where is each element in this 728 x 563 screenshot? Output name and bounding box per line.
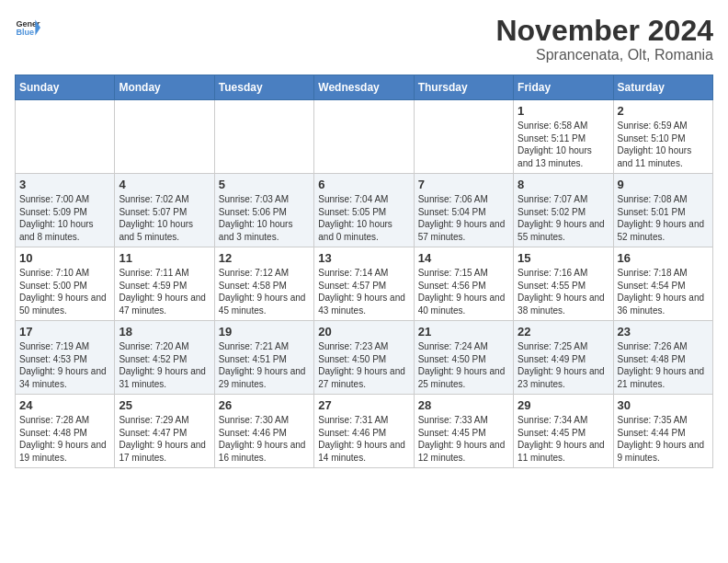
title-area: November 2024 Sprancenata, Olt, Romania xyxy=(495,15,713,63)
day-number: 23 xyxy=(618,325,709,339)
day-number: 8 xyxy=(518,178,609,191)
day-info: Sunrise: 7:33 AM Sunset: 4:45 PM Dayligh… xyxy=(418,414,509,464)
calendar-cell: 3Sunrise: 7:00 AM Sunset: 5:09 PM Daylig… xyxy=(16,174,115,247)
day-number: 25 xyxy=(119,398,210,412)
day-number: 7 xyxy=(418,178,509,191)
day-of-week-tuesday: Tuesday xyxy=(214,75,313,100)
day-info: Sunrise: 7:23 AM Sunset: 4:50 PM Dayligh… xyxy=(318,340,409,390)
day-of-week-wednesday: Wednesday xyxy=(314,75,414,100)
calendar-cell: 11Sunrise: 7:11 AM Sunset: 4:59 PM Dayli… xyxy=(115,247,214,321)
calendar-cell: 2Sunrise: 6:59 AM Sunset: 5:10 PM Daylig… xyxy=(613,100,712,174)
calendar-cell: 25Sunrise: 7:29 AM Sunset: 4:47 PM Dayli… xyxy=(115,395,214,468)
day-number: 1 xyxy=(518,104,609,118)
calendar-cell: 5Sunrise: 7:03 AM Sunset: 5:06 PM Daylig… xyxy=(214,174,313,247)
calendar-cell: 6Sunrise: 7:04 AM Sunset: 5:05 PM Daylig… xyxy=(314,174,414,247)
day-number: 13 xyxy=(318,251,409,265)
day-number: 9 xyxy=(618,178,709,191)
calendar-cell: 27Sunrise: 7:31 AM Sunset: 4:46 PM Dayli… xyxy=(314,395,414,468)
day-number: 28 xyxy=(418,398,509,412)
calendar-week-4: 17Sunrise: 7:19 AM Sunset: 4:53 PM Dayli… xyxy=(16,321,713,395)
calendar-cell: 15Sunrise: 7:16 AM Sunset: 4:55 PM Dayli… xyxy=(514,247,613,321)
day-info: Sunrise: 7:02 AM Sunset: 5:07 PM Dayligh… xyxy=(119,193,210,243)
calendar-cell: 23Sunrise: 7:26 AM Sunset: 4:48 PM Dayli… xyxy=(613,321,712,395)
calendar-cell: 1Sunrise: 6:58 AM Sunset: 5:11 PM Daylig… xyxy=(514,100,613,174)
calendar-cell: 9Sunrise: 7:08 AM Sunset: 5:01 PM Daylig… xyxy=(613,174,712,247)
day-info: Sunrise: 7:25 AM Sunset: 4:49 PM Dayligh… xyxy=(518,340,609,390)
calendar-cell: 28Sunrise: 7:33 AM Sunset: 4:45 PM Dayli… xyxy=(414,395,513,468)
day-number: 2 xyxy=(618,104,709,118)
calendar-cell: 26Sunrise: 7:30 AM Sunset: 4:46 PM Dayli… xyxy=(214,395,313,468)
calendar-cell: 4Sunrise: 7:02 AM Sunset: 5:07 PM Daylig… xyxy=(115,174,214,247)
calendar-cell: 16Sunrise: 7:18 AM Sunset: 4:54 PM Dayli… xyxy=(613,247,712,321)
calendar-header-row: SundayMondayTuesdayWednesdayThursdayFrid… xyxy=(16,75,713,100)
day-number: 5 xyxy=(219,178,310,191)
calendar-week-3: 10Sunrise: 7:10 AM Sunset: 5:00 PM Dayli… xyxy=(16,247,713,321)
svg-text:Blue: Blue xyxy=(16,28,34,37)
day-of-week-sunday: Sunday xyxy=(16,75,115,100)
day-number: 6 xyxy=(318,178,409,191)
day-info: Sunrise: 7:34 AM Sunset: 4:45 PM Dayligh… xyxy=(518,414,609,464)
day-info: Sunrise: 6:58 AM Sunset: 5:11 PM Dayligh… xyxy=(518,120,609,169)
day-info: Sunrise: 7:15 AM Sunset: 4:56 PM Dayligh… xyxy=(418,267,509,316)
day-number: 27 xyxy=(318,398,409,412)
calendar-cell: 22Sunrise: 7:25 AM Sunset: 4:49 PM Dayli… xyxy=(514,321,613,395)
header: General Blue November 2024 Sprancenata, … xyxy=(15,15,713,63)
calendar-cell: 30Sunrise: 7:35 AM Sunset: 4:44 PM Dayli… xyxy=(613,395,712,468)
day-number: 21 xyxy=(418,325,509,339)
calendar-cell: 21Sunrise: 7:24 AM Sunset: 4:50 PM Dayli… xyxy=(414,321,513,395)
day-number: 14 xyxy=(418,251,509,265)
calendar-week-1: 1Sunrise: 6:58 AM Sunset: 5:11 PM Daylig… xyxy=(16,100,713,174)
calendar-cell: 8Sunrise: 7:07 AM Sunset: 5:02 PM Daylig… xyxy=(514,174,613,247)
calendar-cell: 29Sunrise: 7:34 AM Sunset: 4:45 PM Dayli… xyxy=(514,395,613,468)
calendar-cell xyxy=(314,100,414,174)
day-number: 15 xyxy=(518,251,609,265)
day-info: Sunrise: 7:20 AM Sunset: 4:52 PM Dayligh… xyxy=(119,340,210,390)
calendar-cell: 10Sunrise: 7:10 AM Sunset: 5:00 PM Dayli… xyxy=(16,247,115,321)
day-info: Sunrise: 7:24 AM Sunset: 4:50 PM Dayligh… xyxy=(418,340,509,390)
day-info: Sunrise: 7:06 AM Sunset: 5:04 PM Dayligh… xyxy=(418,193,509,243)
day-number: 22 xyxy=(518,325,609,339)
day-info: Sunrise: 7:29 AM Sunset: 4:47 PM Dayligh… xyxy=(119,414,210,464)
day-number: 18 xyxy=(119,325,210,339)
calendar-cell xyxy=(16,100,115,174)
logo-icon: General Blue xyxy=(15,15,40,40)
day-info: Sunrise: 7:10 AM Sunset: 5:00 PM Dayligh… xyxy=(19,267,110,316)
logo: General Blue xyxy=(15,15,40,40)
day-info: Sunrise: 7:28 AM Sunset: 4:48 PM Dayligh… xyxy=(19,414,110,464)
day-number: 17 xyxy=(19,325,110,339)
calendar-cell: 18Sunrise: 7:20 AM Sunset: 4:52 PM Dayli… xyxy=(115,321,214,395)
calendar-cell: 17Sunrise: 7:19 AM Sunset: 4:53 PM Dayli… xyxy=(16,321,115,395)
day-info: Sunrise: 7:14 AM Sunset: 4:57 PM Dayligh… xyxy=(318,267,409,316)
calendar-cell: 12Sunrise: 7:12 AM Sunset: 4:58 PM Dayli… xyxy=(214,247,313,321)
calendar-cell xyxy=(414,100,513,174)
calendar-cell: 13Sunrise: 7:14 AM Sunset: 4:57 PM Dayli… xyxy=(314,247,414,321)
day-info: Sunrise: 7:18 AM Sunset: 4:54 PM Dayligh… xyxy=(618,267,709,316)
day-info: Sunrise: 7:11 AM Sunset: 4:59 PM Dayligh… xyxy=(119,267,210,316)
calendar-cell: 14Sunrise: 7:15 AM Sunset: 4:56 PM Dayli… xyxy=(414,247,513,321)
day-info: Sunrise: 6:59 AM Sunset: 5:10 PM Dayligh… xyxy=(618,120,709,169)
day-of-week-thursday: Thursday xyxy=(414,75,513,100)
day-info: Sunrise: 7:12 AM Sunset: 4:58 PM Dayligh… xyxy=(219,267,310,316)
day-number: 11 xyxy=(119,251,210,265)
day-info: Sunrise: 7:19 AM Sunset: 4:53 PM Dayligh… xyxy=(19,340,110,390)
day-info: Sunrise: 7:31 AM Sunset: 4:46 PM Dayligh… xyxy=(318,414,409,464)
day-info: Sunrise: 7:35 AM Sunset: 4:44 PM Dayligh… xyxy=(618,414,709,464)
day-info: Sunrise: 7:04 AM Sunset: 5:05 PM Dayligh… xyxy=(318,193,409,243)
day-info: Sunrise: 7:00 AM Sunset: 5:09 PM Dayligh… xyxy=(19,193,110,243)
calendar-cell: 24Sunrise: 7:28 AM Sunset: 4:48 PM Dayli… xyxy=(16,395,115,468)
day-number: 16 xyxy=(618,251,709,265)
day-info: Sunrise: 7:30 AM Sunset: 4:46 PM Dayligh… xyxy=(219,414,310,464)
day-info: Sunrise: 7:08 AM Sunset: 5:01 PM Dayligh… xyxy=(618,193,709,243)
day-of-week-friday: Friday xyxy=(514,75,613,100)
day-number: 3 xyxy=(19,178,110,191)
day-number: 4 xyxy=(119,178,210,191)
day-number: 29 xyxy=(518,398,609,412)
day-number: 26 xyxy=(219,398,310,412)
calendar-cell xyxy=(214,100,313,174)
day-number: 20 xyxy=(318,325,409,339)
day-info: Sunrise: 7:21 AM Sunset: 4:51 PM Dayligh… xyxy=(219,340,310,390)
calendar-table: SundayMondayTuesdayWednesdayThursdayFrid… xyxy=(15,75,713,468)
calendar-cell: 19Sunrise: 7:21 AM Sunset: 4:51 PM Dayli… xyxy=(214,321,313,395)
calendar-cell: 20Sunrise: 7:23 AM Sunset: 4:50 PM Dayli… xyxy=(314,321,414,395)
day-number: 10 xyxy=(19,251,110,265)
